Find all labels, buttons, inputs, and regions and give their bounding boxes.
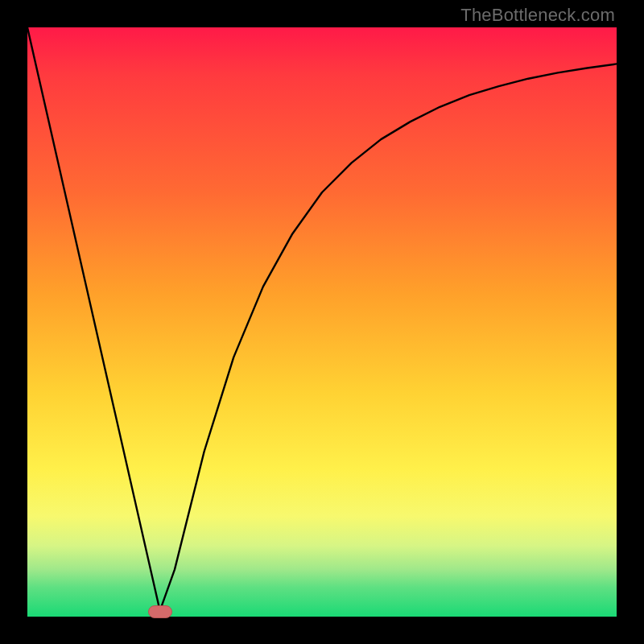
curve-svg [27, 27, 617, 617]
minimum-marker [148, 605, 172, 618]
chart-container: TheBottleneck.com [0, 0, 644, 644]
plot-area [27, 27, 617, 617]
watermark-text: TheBottleneck.com [460, 5, 615, 26]
curve-path [27, 27, 617, 611]
